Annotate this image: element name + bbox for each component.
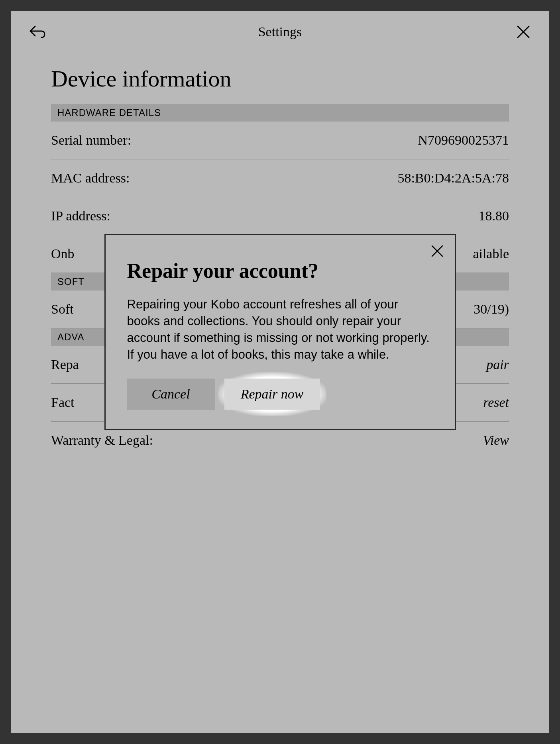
repair-account-modal: Repair your account? Repairing your Kobo… (105, 234, 456, 430)
modal-title: Repair your account? (127, 259, 433, 283)
device-frame: Settings Device information HARDWARE DET… (0, 0, 560, 744)
modal-close-button[interactable] (431, 245, 444, 259)
screen: Settings Device information HARDWARE DET… (11, 11, 549, 733)
repair-now-button[interactable]: Repair now (224, 379, 320, 410)
cancel-button[interactable]: Cancel (127, 379, 215, 410)
close-icon (431, 245, 444, 257)
modal-body: Repairing your Kobo account refreshes al… (127, 296, 433, 363)
modal-actions: Cancel Repair now (127, 379, 433, 410)
modal-overlay: Repair your account? Repairing your Kobo… (11, 11, 549, 733)
